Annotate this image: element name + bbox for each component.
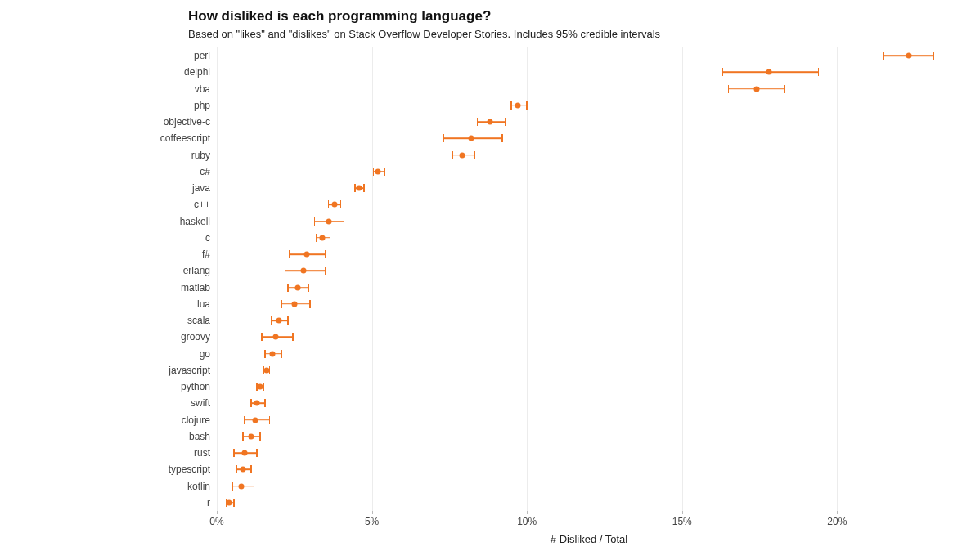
error-cap-low: [232, 482, 233, 491]
y-tick-label: rust: [6, 447, 210, 459]
error-cap-low: [244, 416, 245, 424]
error-cap-high: [344, 217, 345, 226]
data-row: kotlin: [217, 478, 961, 495]
error-cap-high: [818, 68, 820, 76]
error-cap-high: [250, 465, 252, 473]
data-row: javascript: [217, 362, 961, 379]
error-cap-low: [271, 316, 272, 325]
error-cap-low: [373, 168, 375, 176]
error-cap-low: [510, 101, 512, 110]
error-cap-high: [309, 300, 311, 308]
error-cap-low: [728, 85, 730, 93]
x-axis-label: # Disliked / Total: [551, 533, 627, 545]
y-tick-label: lua: [6, 298, 210, 310]
y-tick-label: perl: [6, 50, 210, 61]
error-cap-low: [452, 151, 453, 159]
error-cap-low: [477, 118, 479, 126]
error-cap-high: [526, 101, 528, 110]
error-cap-high: [233, 499, 235, 507]
data-row: java: [217, 180, 961, 196]
error-cap-low: [328, 200, 330, 208]
error-cap-low: [281, 300, 283, 308]
error-cap-low: [354, 184, 356, 192]
data-row: coffeescript: [217, 130, 961, 146]
data-row: scala: [217, 312, 961, 329]
y-tick-label: coffeescript: [6, 132, 210, 144]
point-marker: [303, 252, 309, 258]
error-cap-high: [363, 184, 365, 192]
error-cap-high: [269, 416, 271, 424]
y-tick-label: php: [6, 100, 210, 111]
data-row: php: [217, 97, 961, 114]
data-row: f#: [217, 246, 961, 262]
y-tick-label: python: [6, 381, 210, 392]
data-row: groovy: [217, 329, 961, 345]
point-marker: [459, 152, 465, 158]
error-cap-high: [340, 200, 342, 208]
x-tick-label: 10%: [517, 516, 537, 527]
error-cap-high: [325, 267, 326, 275]
point-marker: [263, 367, 269, 373]
error-cap-high: [292, 333, 294, 341]
chart-subtitle: Based on "likes" and "dislikes" on Stack…: [188, 28, 660, 40]
point-marker: [357, 186, 362, 191]
y-tick-label: clojure: [6, 414, 210, 426]
error-cap-high: [505, 118, 506, 126]
error-cap-low: [443, 134, 444, 142]
y-tick-label: objective-c: [6, 116, 210, 128]
y-tick-label: bash: [6, 431, 210, 442]
y-tick-label: f#: [6, 249, 210, 260]
error-cap-high: [281, 350, 283, 358]
point-marker: [515, 102, 520, 108]
point-marker: [253, 417, 258, 423]
error-cap-high: [308, 284, 309, 292]
data-row: clojure: [217, 412, 961, 428]
x-tick-label: 0%: [209, 516, 223, 527]
point-marker: [487, 119, 492, 125]
error-cap-high: [933, 52, 934, 60]
point-marker: [254, 401, 260, 406]
y-tick-label: vba: [6, 83, 210, 95]
y-tick-label: swift: [6, 397, 210, 409]
data-row: haskell: [217, 213, 961, 230]
x-tick-label: 5%: [365, 516, 379, 527]
data-row: swift: [217, 395, 961, 411]
error-cap-high: [330, 234, 331, 242]
data-row: erlang: [217, 262, 961, 279]
point-marker: [766, 69, 771, 75]
x-tick-mark: [372, 511, 373, 514]
error-cap-high: [784, 85, 785, 93]
data-row: matlab: [217, 280, 961, 296]
y-tick-label: r: [6, 497, 210, 508]
point-marker: [270, 351, 276, 356]
chart-container: How disliked is each programming languag…: [0, 0, 980, 551]
y-tick-label: haskell: [6, 216, 210, 227]
y-tick-label: ruby: [6, 150, 210, 161]
data-row: go: [217, 346, 961, 362]
error-cap-high: [287, 316, 289, 325]
error-cap-low: [264, 350, 266, 358]
data-row: r: [217, 495, 961, 511]
data-row: rust: [217, 445, 961, 461]
x-tick-mark: [527, 511, 528, 514]
point-marker: [242, 450, 248, 456]
error-cap-high: [254, 482, 255, 491]
point-marker: [258, 384, 263, 390]
point-marker: [468, 136, 474, 141]
error-cap-high: [256, 449, 258, 457]
plot-area: # Disliked / Total 0%5%10%15%20%perldelp…: [217, 47, 961, 511]
point-marker: [276, 318, 281, 324]
y-tick-label: scala: [6, 315, 210, 326]
point-marker: [227, 499, 232, 505]
data-row: vba: [217, 81, 961, 97]
y-tick-label: c#: [6, 166, 210, 177]
y-tick-label: javascript: [6, 365, 210, 376]
data-row: ruby: [217, 147, 961, 164]
y-tick-label: erlang: [6, 265, 210, 276]
point-marker: [375, 168, 381, 174]
y-tick-label: java: [6, 182, 210, 194]
point-marker: [332, 202, 338, 208]
data-row: typescript: [217, 461, 961, 477]
y-tick-label: typescript: [6, 464, 210, 475]
y-tick-label: c++: [6, 199, 210, 210]
